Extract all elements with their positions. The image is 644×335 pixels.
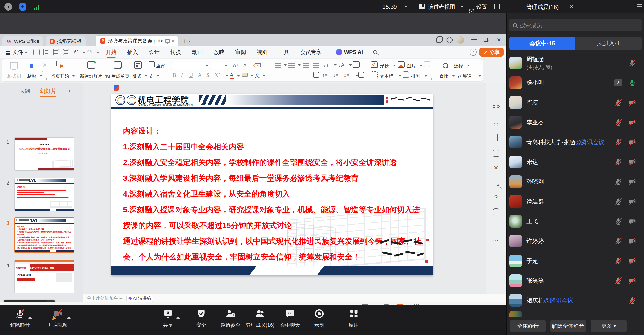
phonetic-guide-button[interactable]: 文 [255,72,260,79]
find-icon[interactable] [443,63,448,68]
camera-muted-icon[interactable] [628,218,636,225]
sharing-indicator-icon[interactable]: ↗ [614,79,622,86]
tab-slides[interactable]: 幻灯片 [40,88,56,97]
tab-in-meeting[interactable]: 会议中·15 [509,37,576,50]
camera-muted-icon[interactable] [628,257,636,265]
notes-bar[interactable]: 单击此处添加备注 AI 演讲稿 [83,294,506,302]
window-close-button[interactable]: × [497,36,501,44]
shadow-button[interactable]: S [206,72,209,78]
mic-muted-icon[interactable] [614,99,622,106]
text-direction-icon[interactable]: ↓A [338,62,344,68]
menu-tools[interactable]: 工具 [278,46,289,58]
fullscreen-icon[interactable] [494,4,500,10]
plugins-cube-icon[interactable] [446,36,454,44]
manage-members-button[interactable]: 管理成员(16) [243,309,277,328]
slide-thumbnail-3-selected[interactable]: 内容设计：1.深刻融入二十届四中全会相关内容 2.深刻融入安全稳定相关内容，学校… [14,218,74,253]
view-layout-icon[interactable] [419,4,424,9]
paste-icon[interactable] [28,62,36,69]
view-dropdown-icon[interactable] [460,6,463,8]
view-mode-label[interactable]: 演讲者视图 [428,3,455,10]
highlight-button[interactable] [242,73,248,77]
reading-toolkit-icon[interactable] [493,179,500,186]
member-row[interactable]: 崔瑛 [506,93,644,112]
window-restore-button[interactable] [484,38,488,42]
mic-options-arrow[interactable] [28,316,32,318]
mic-muted-icon[interactable] [614,218,622,225]
mic-muted-icon[interactable] [614,178,622,186]
more-button[interactable]: 更多 ▾ [591,320,627,332]
menu-review[interactable]: 审阅 [235,46,246,58]
workspace-icon[interactable] [436,38,441,43]
meeting-time[interactable]: 15:39 [382,3,397,10]
arrange-label[interactable]: 排列 [411,73,420,79]
shapes-icon[interactable] [371,61,378,68]
font-family-select[interactable] [171,62,210,69]
file-menu[interactable]: 文件 [6,46,28,58]
tab-outline[interactable]: 大纲 [19,88,30,95]
align-right-icon[interactable] [294,73,300,78]
mic-muted-icon[interactable] [628,296,636,304]
slide-thumbnail-2[interactable]: 课程分组： [14,178,74,211]
share-button[interactable]: ↗ 分享 [480,48,504,57]
ai-generate-page-icon[interactable]: ✦ [114,61,122,69]
tab-wps-office[interactable]: W WPS Office [2,36,44,46]
cutout-icon[interactable]: ✕ [493,164,500,171]
columns-icon[interactable] [358,72,364,78]
camera-muted-icon[interactable] [628,118,636,126]
menu-wps-ai[interactable]: WPS AI [344,46,363,58]
print-icon[interactable] [53,49,59,55]
line-spacing-down-icon[interactable]: ↓≡ [333,72,338,78]
menu-member[interactable]: 会员专享 [300,46,322,58]
mic-muted-icon[interactable] [614,198,622,205]
menu-animation[interactable]: 动画 [192,46,203,58]
share-screen-button[interactable]: 共享 [151,309,185,328]
properties-sliders-icon[interactable] [493,106,500,113]
camera-muted-icon[interactable] [628,198,636,205]
char-spacing-icon[interactable]: ab [324,62,330,69]
font-color-button[interactable]: A [230,72,234,79]
menu-home[interactable]: 开始 [106,46,116,58]
mic-active-icon[interactable] [628,79,636,86]
tab-docer-templates[interactable]: 找稻壳模板 [46,36,86,46]
slide-canvas[interactable]: 机电工程学院 College of Electromechanical Engi… [111,94,433,276]
mic-muted-icon[interactable] [614,257,622,265]
protect-shield-icon[interactable]: + [19,3,26,10]
invite-button[interactable]: 邀请参会 [214,309,247,328]
collapse-strip-icon[interactable] [493,92,500,98]
undo-icon[interactable]: ↶ [73,48,78,56]
video-options-arrow[interactable] [67,316,70,318]
distribute-icon[interactable] [313,72,319,78]
time-dropdown-icon[interactable] [404,6,407,8]
member-row[interactable]: 宋达 [506,152,644,172]
window-minimize-button[interactable]: — [471,36,477,42]
unmute-button[interactable]: 解除静音 [3,309,37,328]
play-from-current-icon[interactable] [56,61,57,66]
collapse-panel-icon[interactable]: ‹ [69,87,71,94]
textbox-label[interactable]: 文本框 [380,73,393,79]
reset-label[interactable]: 重置 [156,63,165,69]
increase-font-icon[interactable]: A⁺ [233,62,239,69]
convert-smartart-icon[interactable] [353,61,360,68]
camera-muted-icon[interactable] [628,237,636,245]
start-video-button[interactable]: 开启视频 [41,309,75,328]
mute-all-button[interactable]: 全体静音 [510,320,546,332]
member-row[interactable]: 青岛科技大学-张涵@腾讯会议 [506,132,644,152]
help-icon[interactable]: ? [493,194,500,201]
panel-close-icon[interactable]: × [569,3,574,10]
notes-placeholder[interactable]: 单击此处添加备注 [87,295,123,301]
increase-indent-icon[interactable] [313,63,319,68]
picture-icon[interactable] [398,61,404,68]
member-row-host[interactable]: 周韫涵(主持人, 我) [506,53,644,73]
shapes-label[interactable]: 形状 [380,63,389,69]
member-row[interactable]: 褚庆柱@腾讯会议 [506,290,644,310]
unmute-all-button[interactable]: 解除全体静音 [550,320,586,332]
mic-muted-icon[interactable] [614,158,622,166]
mic-muted-icon[interactable] [614,118,622,126]
camera-muted-icon[interactable] [628,138,636,146]
align-left-icon[interactable] [274,73,281,78]
design-resource-icon[interactable] [493,150,500,157]
member-row[interactable]: 杨小明 ↗ [506,73,644,93]
upgrade-icon[interactable]: ↑ [470,48,477,56]
line-spacing-up-icon[interactable]: ↑≡ [322,72,328,78]
menu-view[interactable]: 视图 [257,46,268,58]
